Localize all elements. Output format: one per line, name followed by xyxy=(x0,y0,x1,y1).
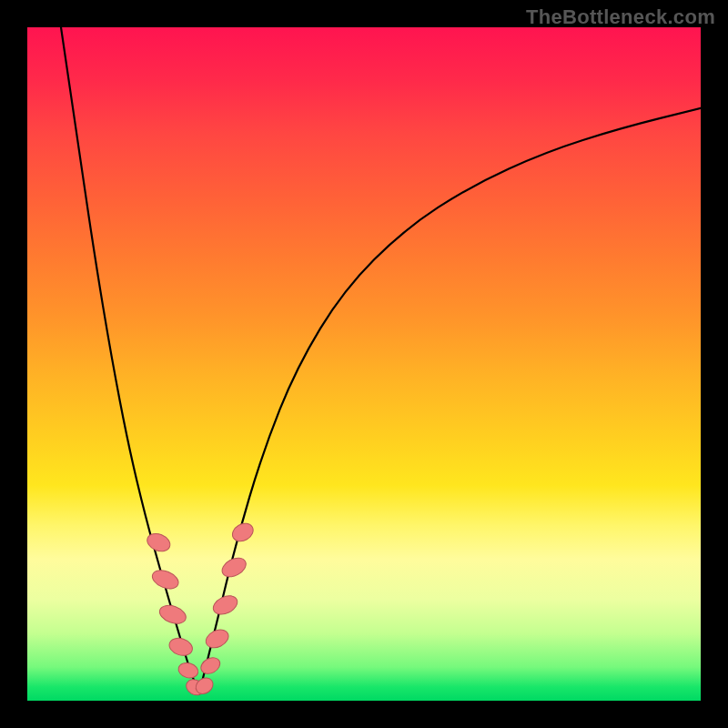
bead-marker xyxy=(198,654,223,676)
bead-marker xyxy=(167,635,195,658)
bead-marker xyxy=(210,592,240,618)
bead-marker xyxy=(203,626,231,652)
bead-group xyxy=(145,520,257,698)
chart-svg xyxy=(27,27,701,701)
curve-left-branch xyxy=(61,27,199,694)
bead-marker xyxy=(219,554,249,581)
bead-marker xyxy=(149,567,181,592)
bead-marker xyxy=(229,520,257,545)
bead-marker xyxy=(177,661,200,680)
watermark-text: TheBottleneck.com xyxy=(526,5,715,29)
curve-right-branch xyxy=(199,108,701,694)
plot-area xyxy=(27,27,701,701)
bead-marker xyxy=(157,602,188,627)
bead-marker xyxy=(145,531,173,554)
chart-frame: TheBottleneck.com xyxy=(0,0,728,728)
